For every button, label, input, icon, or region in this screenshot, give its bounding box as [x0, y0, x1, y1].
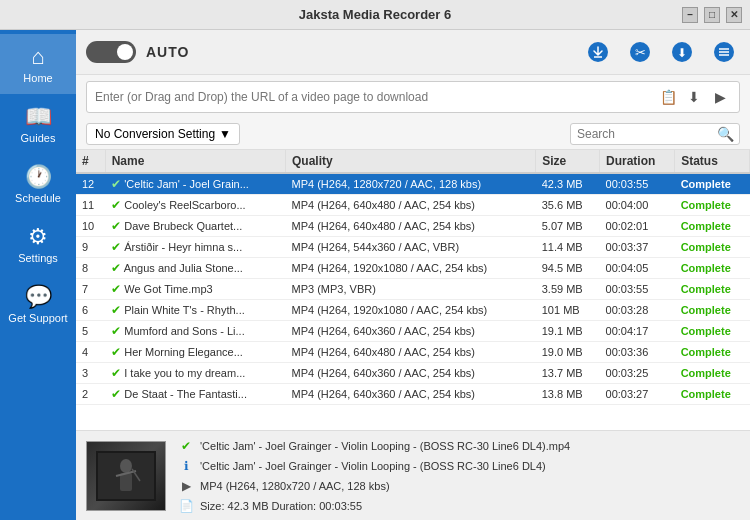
play-icon: ▶ [178, 478, 194, 494]
menu-button[interactable] [708, 36, 740, 68]
sidebar-label-guides: Guides [21, 132, 56, 144]
col-header-quality: Quality [286, 150, 536, 173]
maximize-button[interactable]: □ [704, 7, 720, 23]
cell-name: ✔ I take you to my dream... [105, 363, 285, 384]
url-input[interactable] [95, 90, 657, 104]
search-icon: 🔍 [717, 126, 734, 142]
info-row-title: ℹ 'Celtic Jam' - Joel Grainger - Violin … [178, 458, 570, 474]
cell-status: Complete [675, 321, 750, 342]
cell-duration: 00:02:01 [600, 216, 675, 237]
table-row[interactable]: 2 ✔ De Staat - The Fantasti... MP4 (H264… [76, 384, 750, 405]
col-header-duration: Duration [600, 150, 675, 173]
cell-name: ✔ Dave Brubeck Quartet... [105, 216, 285, 237]
cell-duration: 00:03:27 [600, 384, 675, 405]
auto-label: AUTO [146, 44, 189, 60]
sidebar-item-settings[interactable]: ⚙ Settings [0, 214, 76, 274]
thumbnail-image [87, 442, 165, 510]
cell-quality: MP4 (H264, 1920x1080 / AAC, 254 kbs) [286, 300, 536, 321]
cell-name: ✔ 'Celtic Jam' - Joel Grain... [105, 173, 285, 195]
sidebar: ⌂ Home 📖 Guides 🕐 Schedule ⚙ Settings 💬 … [0, 30, 76, 520]
chevron-down-icon: ▼ [219, 127, 231, 141]
cell-size: 13.7 MB [536, 363, 600, 384]
cell-size: 94.5 MB [536, 258, 600, 279]
download-url-button[interactable]: ⬇ [683, 86, 705, 108]
cell-size: 13.8 MB [536, 384, 600, 405]
cell-quality: MP4 (H264, 544x360 / AAC, VBR) [286, 237, 536, 258]
conversion-select[interactable]: No Conversion Setting ▼ [86, 123, 240, 145]
svg-point-13 [120, 459, 132, 473]
sidebar-item-schedule[interactable]: 🕐 Schedule [0, 154, 76, 214]
cell-name: ✔ Plain White T's - Rhyth... [105, 300, 285, 321]
table-row[interactable]: 12 ✔ 'Celtic Jam' - Joel Grain... MP4 (H… [76, 173, 750, 195]
cell-duration: 00:03:55 [600, 173, 675, 195]
cell-num: 7 [76, 279, 105, 300]
cell-status: Complete [675, 258, 750, 279]
minimize-button[interactable]: – [682, 7, 698, 23]
cell-duration: 00:03:55 [600, 279, 675, 300]
url-bar: 📋 ⬇ ▶ [86, 81, 740, 113]
cell-quality: MP4 (H264, 640x480 / AAC, 254 kbs) [286, 195, 536, 216]
scissors-icon: ✂ [629, 41, 651, 63]
table-row[interactable]: 4 ✔ Her Morning Elegance... MP4 (H264, 6… [76, 342, 750, 363]
table-row[interactable]: 7 ✔ We Got Time.mp3 MP3 (MP3, VBR) 3.59 … [76, 279, 750, 300]
sidebar-item-guides[interactable]: 📖 Guides [0, 94, 76, 154]
paste-url-button[interactable]: 📋 [657, 86, 679, 108]
cell-duration: 00:04:00 [600, 195, 675, 216]
svg-text:⬇: ⬇ [677, 46, 687, 60]
cell-size: 11.4 MB [536, 237, 600, 258]
table-header-row: # Name Quality Size Duration Status [76, 150, 750, 173]
schedule-icon: 🕐 [25, 164, 52, 190]
cell-status: Complete [675, 342, 750, 363]
cell-size: 42.3 MB [536, 173, 600, 195]
cell-status: Complete [675, 237, 750, 258]
table-row[interactable]: 10 ✔ Dave Brubeck Quartet... MP4 (H264, … [76, 216, 750, 237]
sidebar-item-support[interactable]: 💬 Get Support [0, 274, 76, 334]
toolbar: AUTO ✂ ⬇ [76, 30, 750, 75]
sidebar-label-schedule: Schedule [15, 192, 61, 204]
app-body: ⌂ Home 📖 Guides 🕐 Schedule ⚙ Settings 💬 … [0, 30, 750, 520]
cell-status: Complete [675, 216, 750, 237]
play-url-button[interactable]: ▶ [709, 86, 731, 108]
cell-quality: MP4 (H264, 640x360 / AAC, 254 kbs) [286, 363, 536, 384]
sidebar-label-home: Home [23, 72, 52, 84]
table-row[interactable]: 8 ✔ Angus and Julia Stone... MP4 (H264, … [76, 258, 750, 279]
cell-duration: 00:03:37 [600, 237, 675, 258]
cell-num: 12 [76, 173, 105, 195]
filter-bar: No Conversion Setting ▼ 🔍 [76, 119, 750, 150]
download-button[interactable] [582, 36, 614, 68]
cell-num: 11 [76, 195, 105, 216]
cell-size: 101 MB [536, 300, 600, 321]
auto-toggle[interactable] [86, 41, 136, 63]
col-header-status: Status [675, 150, 750, 173]
sidebar-label-support: Get Support [8, 312, 67, 324]
cell-num: 9 [76, 237, 105, 258]
app-title: Jaksta Media Recorder 6 [299, 7, 451, 22]
cell-size: 19.0 MB [536, 342, 600, 363]
cell-duration: 00:04:17 [600, 321, 675, 342]
info-icon: ℹ [178, 458, 194, 474]
content-area: AUTO ✂ ⬇ [76, 30, 750, 520]
sidebar-item-home[interactable]: ⌂ Home [0, 34, 76, 94]
convert-icon: ⬇ [671, 41, 693, 63]
close-button[interactable]: ✕ [726, 7, 742, 23]
table-row[interactable]: 6 ✔ Plain White T's - Rhyth... MP4 (H264… [76, 300, 750, 321]
info-row-meta: 📄 Size: 42.3 MB Duration: 00:03:55 [178, 498, 570, 514]
home-icon: ⌂ [31, 44, 44, 70]
cell-num: 8 [76, 258, 105, 279]
scissors-button[interactable]: ✂ [624, 36, 656, 68]
conversion-label: No Conversion Setting [95, 127, 215, 141]
cell-size: 35.6 MB [536, 195, 600, 216]
cell-quality: MP4 (H264, 1280x720 / AAC, 128 kbs) [286, 173, 536, 195]
table-row[interactable]: 5 ✔ Mumford and Sons - Li... MP4 (H264, … [76, 321, 750, 342]
info-meta: Size: 42.3 MB Duration: 00:03:55 [200, 500, 362, 512]
check-icon: ✔ [178, 438, 194, 454]
convert-button[interactable]: ⬇ [666, 36, 698, 68]
table-row[interactable]: 3 ✔ I take you to my dream... MP4 (H264,… [76, 363, 750, 384]
col-header-num: # [76, 150, 105, 173]
search-input[interactable] [577, 127, 717, 141]
toggle-knob [117, 44, 133, 60]
cell-quality: MP4 (H264, 640x360 / AAC, 254 kbs) [286, 384, 536, 405]
table-row[interactable]: 11 ✔ Cooley's ReelScarboro... MP4 (H264,… [76, 195, 750, 216]
cell-quality: MP4 (H264, 640x480 / AAC, 254 kbs) [286, 342, 536, 363]
table-row[interactable]: 9 ✔ Árstiðir - Heyr himna s... MP4 (H264… [76, 237, 750, 258]
